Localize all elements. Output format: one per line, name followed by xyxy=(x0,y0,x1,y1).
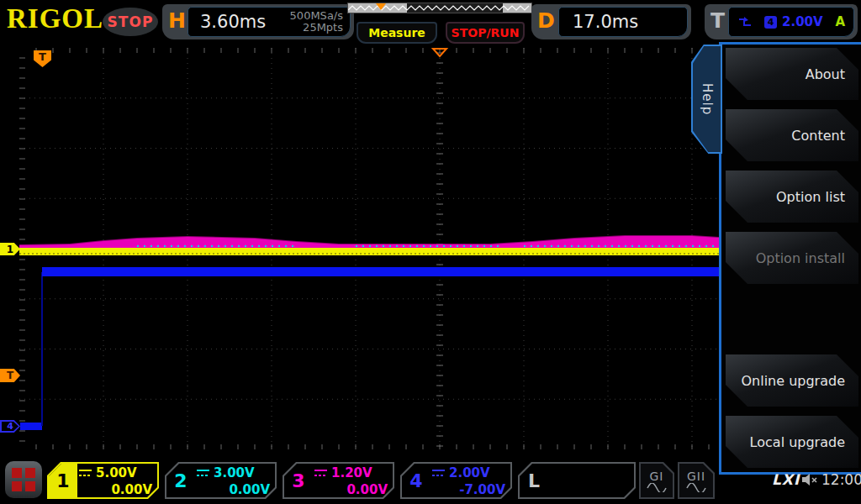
stop-run-button-label: STOP/RUN xyxy=(452,26,520,39)
trigger-label: T xyxy=(710,8,725,33)
sine-wave-icon xyxy=(647,483,667,492)
channel4-scale: 2.00V xyxy=(449,465,490,480)
delay-settings-box[interactable]: D 17.0ms xyxy=(531,4,691,39)
sample-rate-value: 500MSa/s xyxy=(290,10,343,22)
digital-channel-numbers: 0 1 2 3 4 5 6 7 8 9 1011 12131415 xyxy=(552,466,631,504)
horizontal-label: H xyxy=(168,8,186,33)
run-state-label: STOP xyxy=(108,13,154,30)
delay-inner-box: 17.0ms xyxy=(558,7,688,37)
ch4-level-marker[interactable]: 4 xyxy=(0,420,20,433)
ch1-level-marker[interactable]: 1 xyxy=(0,243,20,255)
channel4-offset: -7.00V xyxy=(432,481,505,498)
option-list-label: Option list xyxy=(776,189,845,205)
horizontal-settings-box[interactable]: H 3.60ms 500MSa/s 25Mpts xyxy=(162,4,354,39)
horizontal-inner-box: 3.60ms 500MSa/s 25Mpts xyxy=(188,7,351,37)
sine-wave-icon xyxy=(686,483,706,492)
speaker-muted-icon[interactable] xyxy=(800,472,819,487)
menu-button-content[interactable]: Content xyxy=(726,109,858,161)
delay-value: 17.0ms xyxy=(559,12,638,32)
source2-label: GII xyxy=(687,470,705,483)
rigol-logo: RIGOL xyxy=(7,3,103,34)
trigger-mode-flag: A xyxy=(835,14,845,29)
ch2-dc-coupling-icon xyxy=(197,470,209,477)
about-label: About xyxy=(806,66,845,82)
trigger-position-letter: T xyxy=(39,50,46,63)
menu-panel: About Content Option list Option install… xyxy=(719,42,861,475)
channel2-number: 2 xyxy=(166,464,195,497)
menu-button-option-install: Option install xyxy=(726,232,858,284)
menu-grid-icon xyxy=(12,468,35,491)
timebase-value: 3.60ms xyxy=(188,12,290,32)
memory-position-bar[interactable] xyxy=(347,3,532,13)
ch1-dc-coupling-icon xyxy=(79,470,92,477)
option-install-label: Option install xyxy=(756,250,845,266)
stop-run-button[interactable]: STOP/RUN xyxy=(446,22,525,44)
ch4-marker-label: 4 xyxy=(7,421,13,432)
channel3-status-box[interactable]: 3 1.20V 0.00V xyxy=(283,462,394,499)
channel2-offset: 0.00V xyxy=(197,481,270,498)
channel1-status-box[interactable]: 1 5.00V 0.00V xyxy=(47,462,159,499)
trigger-level-letter: T xyxy=(7,370,13,381)
logic-analyzer-label: L xyxy=(520,464,548,497)
oscilloscope-screen: RIGOL STOP H 3.60ms 500MSa/s 25Mpts Meas… xyxy=(0,0,861,504)
trigger-level-value: 2.00V xyxy=(782,14,823,29)
memory-depth-value: 25Mpts xyxy=(290,22,343,34)
help-menu-tab[interactable]: Help xyxy=(691,45,722,154)
digital-row-0-7: 0 1 2 3 4 5 6 7 xyxy=(552,496,631,504)
trigger-settings-box[interactable]: T 4 2.00V A xyxy=(705,4,858,39)
waveform-plot xyxy=(19,48,719,449)
ch1-marker-label: 1 xyxy=(7,244,13,255)
help-tab-label: Help xyxy=(700,83,715,115)
run-state-indicator: STOP xyxy=(103,8,158,36)
ch3-dc-coupling-icon xyxy=(314,470,327,477)
online-upgrade-label: Online upgrade xyxy=(741,373,845,389)
channel1-offset: 0.00V xyxy=(79,481,152,498)
trigger-inner-box: 4 2.00V A xyxy=(728,7,854,37)
channel2-status-box[interactable]: 2 3.00V 0.00V xyxy=(165,462,277,499)
channel4-number: 4 xyxy=(402,464,430,497)
waveform-display[interactable] xyxy=(19,48,719,449)
clock-display: 12:00 xyxy=(821,471,861,488)
channel3-offset: 0.00V xyxy=(314,481,388,498)
trigger-slope-falling-icon xyxy=(737,15,753,29)
source2-button[interactable]: GII xyxy=(678,462,715,499)
source1-button[interactable]: GI xyxy=(639,462,674,499)
content-label: Content xyxy=(791,128,845,144)
lxi-logo: LXI xyxy=(772,471,800,488)
local-upgrade-label: Local upgrade xyxy=(750,434,845,450)
channel4-status-box[interactable]: 4 2.00V -7.00V xyxy=(400,462,512,499)
channel1-number: 1 xyxy=(49,464,77,497)
delay-label: D xyxy=(537,8,555,33)
measure-button[interactable]: Measure xyxy=(357,22,437,44)
channel1-scale: 5.00V xyxy=(96,465,137,480)
sample-rate-block: 500MSa/s 25Mpts xyxy=(290,10,350,34)
menu-button-local-upgrade[interactable]: Local upgrade xyxy=(726,416,858,468)
measure-button-label: Measure xyxy=(368,26,425,39)
channel3-number: 3 xyxy=(284,464,313,497)
memory-position-marker xyxy=(376,3,386,10)
main-menu-button[interactable] xyxy=(5,461,42,498)
trigger-level-marker[interactable]: T xyxy=(0,369,20,382)
menu-button-online-upgrade[interactable]: Online upgrade xyxy=(726,354,858,407)
logic-analyzer-status-box[interactable]: L 0 1 2 3 4 5 6 7 8 9 1011 12131415 xyxy=(518,462,636,499)
trigger-source-badge: 4 xyxy=(764,16,777,29)
ch4-dc-coupling-icon xyxy=(432,470,445,477)
menu-button-about[interactable]: About xyxy=(726,48,858,100)
menu-button-option-list[interactable]: Option list xyxy=(726,171,858,223)
source1-label: GI xyxy=(650,470,664,483)
channel3-scale: 1.20V xyxy=(331,465,372,480)
channel2-scale: 3.00V xyxy=(214,465,255,480)
